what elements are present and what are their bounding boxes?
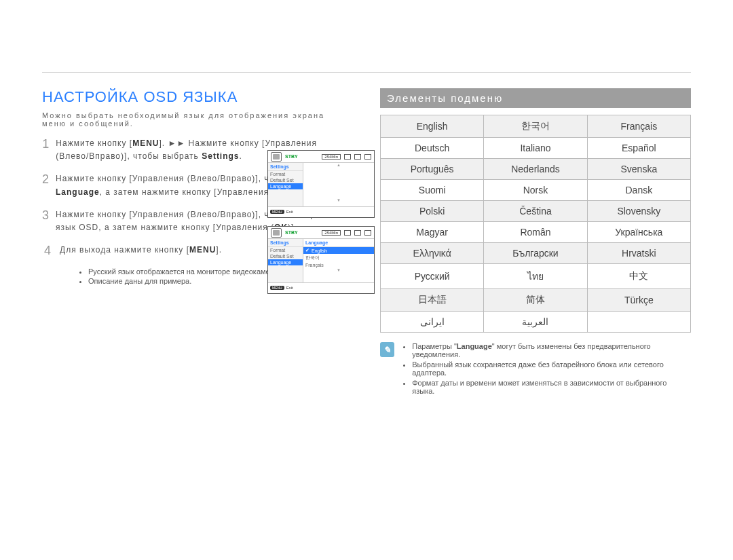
osd-preview-panel-2: STBY 254Min Settings Format Default Set … [267,226,375,294]
menu-item[interactable]: Format [268,171,303,177]
section-subtitle: Можно выбрать необходимый язык для отобр… [42,111,347,128]
language-cell: 中文 [587,264,690,289]
menu-tag: MENU [270,286,284,290]
language-table: English한국어FrançaisDeutschItalianoEspañol… [380,115,691,333]
step-number: 1 [42,137,49,163]
step-text: Для выхода нажмите кнопку [MENU]. [60,244,222,258]
language-cell: Hrvatski [587,243,690,264]
language-cell: Suomi [381,180,484,201]
language-cell: Deutsch [381,138,484,159]
language-cell: Slovensky [587,201,690,222]
menu-item-selected[interactable]: Language [268,183,303,189]
language-cell: Português [381,159,484,180]
menu-item[interactable]: Default Set [268,177,303,183]
step-number: 3 [42,208,49,234]
language-cell: Italiano [484,138,587,159]
language-cell: English [381,115,484,138]
lang-option[interactable]: 한국어 [303,254,374,262]
language-cell [587,312,690,333]
up-arrow-icon[interactable]: ▲ [303,163,374,168]
language-cell: Русский [381,264,484,289]
language-cell: ไทย [484,264,587,289]
sidebar-head: Settings [268,163,303,171]
note-icon: ✎ [380,342,394,357]
language-cell: Español [587,138,690,159]
language-cell: Türkçe [587,289,690,312]
language-cell: Ελληνικά [381,243,484,264]
thumb-icon [364,154,371,160]
language-cell: 日本語 [381,289,484,312]
notes-list: Параметры "Language" могут быть изменены… [401,342,691,397]
lang-option-selected[interactable]: ✔English [303,247,374,254]
language-cell: Dansk [587,180,690,201]
horizontal-rule [42,72,691,73]
thumb-icon [364,230,371,236]
thumb-icon [354,230,361,236]
language-cell: Nederlands [484,159,587,180]
language-cell: Magyar [381,222,484,243]
thumb-icon [354,154,361,160]
right-column: Элементы подменю English한국어FrançaisDeuts… [380,88,691,397]
thumb-icon [344,230,351,236]
list-head: Language [303,239,374,247]
menu-tag: MENU [270,210,284,214]
camera-icon [271,152,282,162]
step-number: 2 [42,172,49,198]
language-cell: Svenska [587,159,690,180]
lang-option[interactable]: Français [303,262,374,268]
language-cell: 한국어 [484,115,587,138]
menu-item[interactable]: Format [268,247,303,253]
left-column: НАСТРОЙКА OSD ЯЗЫКА Можно выбрать необхо… [42,88,347,397]
menu-item[interactable]: Default Set [268,253,303,259]
osd-preview-panel-1: STBY 254Min Settings Format Default Set … [267,150,375,218]
language-cell: Norsk [484,180,587,201]
stby-label: STBY [285,230,320,235]
menu-item-selected[interactable]: Language [268,259,303,265]
language-cell: Български [484,243,587,264]
minutes-badge: 254Min [322,230,341,236]
language-cell: Украïнська [587,222,690,243]
exit-label[interactable]: Exit [286,210,293,214]
language-cell: Polski [381,201,484,222]
down-arrow-icon[interactable]: ▼ [303,268,374,274]
thumb-icon [344,154,351,160]
note-block: ✎ Параметры "Language" могут быть измене… [380,342,691,397]
camera-icon [271,228,282,238]
note-item: Формат даты и времени может изменяться в… [412,379,691,395]
section-title: НАСТРОЙКА OSD ЯЗЫКА [42,88,347,106]
sidebar-head: Settings [268,239,303,247]
note-item: Выбранный язык сохраняется даже без бата… [412,360,691,377]
note-item: Параметры "Language" могут быть изменены… [412,342,691,358]
submenu-header: Элементы подменю [380,88,691,108]
stby-label: STBY [285,154,320,159]
language-cell: العربية [484,312,587,333]
language-cell: Français [587,115,690,138]
language-cell: Čeština [484,201,587,222]
submenu-header-title: Элементы подменю [380,88,691,108]
step-number: 4 [42,244,53,258]
minutes-badge: 254Min [322,154,341,160]
exit-label[interactable]: Exit [286,286,293,290]
language-cell: 简体 [484,289,587,312]
language-cell: ایرانی [381,312,484,333]
down-arrow-icon[interactable]: ▼ [303,198,374,204]
check-icon: ✔ [305,248,309,253]
language-cell: Român [484,222,587,243]
